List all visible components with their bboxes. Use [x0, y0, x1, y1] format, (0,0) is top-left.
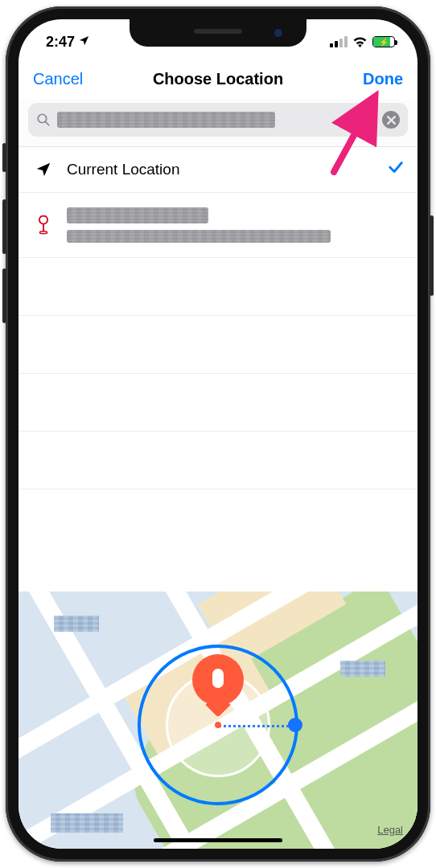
radius-handle[interactable] — [288, 718, 302, 732]
svg-point-2 — [39, 215, 47, 223]
location-arrow-icon — [33, 161, 54, 178]
page-title: Choose Location — [153, 70, 283, 88]
locations-list: Current Location — [19, 147, 417, 489]
location-services-icon — [78, 34, 90, 51]
notch — [130, 19, 306, 47]
current-location-row[interactable]: Current Location — [19, 147, 417, 193]
battery-icon: ⚡ — [372, 36, 395, 47]
svg-point-4 — [39, 231, 47, 234]
checkmark-icon — [387, 158, 405, 181]
svg-line-1 — [45, 121, 48, 125]
center-dot-icon — [215, 722, 221, 728]
current-location-label: Current Location — [67, 161, 374, 178]
navigation-bar: Cancel Choose Location Done — [19, 58, 417, 100]
search-icon — [36, 113, 51, 127]
screen: 2:47 ⚡ Cancel Choose Loca — [19, 19, 417, 849]
iphone-frame: 2:47 ⚡ Cancel Choose Loca — [6, 6, 430, 862]
map-pin-icon — [192, 654, 244, 719]
done-button[interactable]: Done — [363, 70, 403, 88]
list-item — [19, 258, 417, 316]
address-text-redacted — [67, 204, 405, 246]
search-value-redacted — [57, 112, 275, 128]
search-input[interactable] — [28, 103, 408, 137]
map-view[interactable]: Legal — [19, 592, 417, 849]
list-item — [19, 316, 417, 374]
address-row[interactable] — [19, 193, 417, 258]
status-time: 2:47 — [46, 34, 75, 51]
cell-signal-icon — [330, 36, 348, 47]
search-container — [19, 100, 417, 147]
legal-link[interactable]: Legal — [377, 824, 403, 836]
home-indicator[interactable] — [154, 838, 282, 842]
list-item — [19, 432, 417, 489]
cancel-button[interactable]: Cancel — [33, 70, 83, 88]
list-item — [19, 374, 417, 432]
clear-search-button[interactable] — [382, 111, 400, 129]
geofence-control[interactable] — [138, 645, 298, 805]
pin-icon — [33, 215, 54, 235]
wifi-icon — [352, 36, 368, 47]
